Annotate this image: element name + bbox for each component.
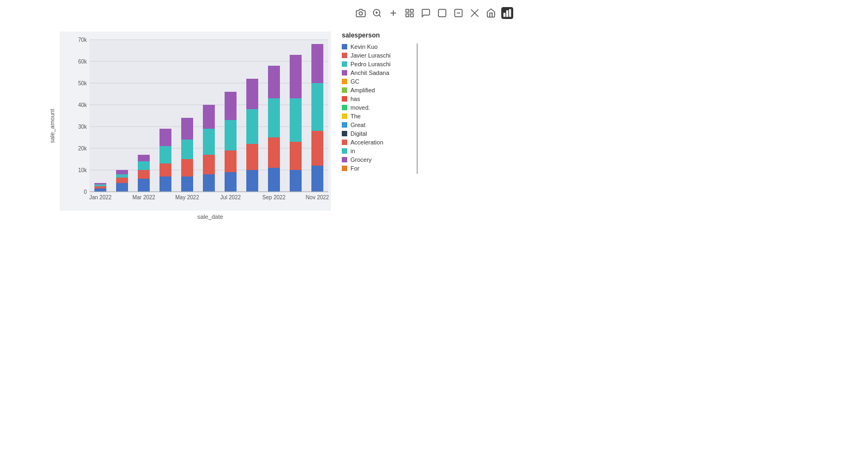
svg-rect-68 (268, 168, 280, 192)
svg-rect-47 (138, 155, 150, 161)
svg-text:Sep 2022: Sep 2022 (263, 194, 286, 200)
svg-rect-53 (181, 159, 193, 176)
svg-point-0 (359, 12, 362, 15)
svg-rect-45 (138, 170, 150, 179)
legend-item: Javier Luraschi (342, 52, 414, 59)
svg-line-2 (379, 15, 380, 16)
legend-color-box (342, 61, 347, 67)
chart-bar-icon[interactable] (501, 7, 513, 19)
svg-rect-63 (225, 92, 237, 120)
svg-rect-18 (509, 9, 511, 17)
svg-rect-49 (159, 163, 171, 176)
svg-rect-77 (311, 131, 323, 166)
legend-item: moved. (342, 104, 414, 111)
svg-text:Nov 2022: Nov 2022 (306, 194, 329, 200)
legend-item-label: The (350, 113, 361, 119)
plus-icon[interactable] (387, 7, 399, 19)
legend-scroll[interactable]: Kevin KuoJavier LuraschiPedro LuraschiAn… (342, 43, 418, 174)
svg-rect-44 (138, 179, 150, 192)
svg-rect-79 (311, 44, 323, 83)
svg-rect-16 (503, 13, 505, 17)
svg-rect-9 (411, 14, 413, 17)
legend-item-label: Digital (350, 130, 367, 137)
x-axis-label: sale_date (60, 213, 331, 220)
legend-item: in (342, 148, 414, 154)
svg-rect-66 (246, 109, 258, 144)
svg-rect-76 (311, 166, 323, 192)
svg-text:Jan 2022: Jan 2022 (89, 194, 112, 200)
svg-rect-51 (159, 129, 171, 146)
svg-rect-37 (94, 186, 106, 188)
camera-icon[interactable] (355, 7, 367, 19)
svg-text:May 2022: May 2022 (175, 194, 199, 200)
svg-rect-52 (181, 176, 193, 192)
legend-item-label: Javier Luraschi (350, 52, 391, 59)
legend-color-box (342, 131, 347, 136)
svg-rect-10 (406, 14, 409, 17)
legend-color-box (342, 140, 347, 145)
svg-rect-57 (203, 155, 215, 174)
crosshair-icon[interactable] (469, 7, 481, 19)
grid-icon[interactable] (404, 7, 416, 19)
svg-text:40k: 40k (78, 102, 87, 108)
legend-item-label: Kevin Kuo (350, 43, 378, 50)
legend-item: Great (342, 122, 414, 128)
legend-color-box (342, 96, 347, 102)
svg-rect-39 (94, 183, 106, 185)
svg-rect-54 (181, 140, 193, 159)
legend-item-label: in (350, 148, 355, 154)
legend-color-box (342, 44, 347, 49)
svg-rect-78 (311, 83, 323, 131)
svg-rect-74 (290, 98, 302, 142)
legend: salesperson Kevin KuoJavier LuraschiPedr… (342, 31, 418, 220)
svg-rect-67 (246, 79, 258, 109)
legend-item: has (342, 96, 414, 102)
legend-item: Amplified (342, 87, 414, 93)
square-icon[interactable] (436, 7, 448, 19)
legend-color-box (342, 157, 347, 162)
svg-text:30k: 30k (78, 124, 87, 130)
svg-rect-36 (94, 188, 106, 192)
legend-color-box (342, 114, 347, 119)
zoom-icon[interactable] (371, 7, 383, 19)
legend-item-label: Grocery (350, 156, 372, 163)
minus-square-icon[interactable] (452, 7, 464, 19)
legend-item: Grocery (342, 156, 414, 163)
legend-item-label: Amplified (350, 87, 375, 93)
comment-icon[interactable] (420, 7, 432, 19)
legend-color-box (342, 87, 347, 93)
legend-item-label: Great (350, 122, 366, 128)
svg-rect-55 (181, 118, 193, 140)
svg-rect-11 (438, 9, 446, 17)
legend-color-box (342, 105, 347, 110)
svg-rect-61 (225, 150, 237, 172)
svg-rect-40 (116, 183, 128, 192)
svg-rect-62 (225, 120, 237, 150)
legend-color-box (342, 148, 347, 154)
legend-item: Acceleration (342, 139, 414, 146)
svg-rect-69 (268, 137, 280, 168)
svg-text:70k: 70k (78, 37, 87, 43)
svg-text:Jul 2022: Jul 2022 (220, 194, 241, 200)
legend-color-box (342, 70, 347, 75)
svg-text:0: 0 (84, 189, 87, 195)
svg-rect-73 (290, 142, 302, 170)
svg-rect-42 (116, 174, 128, 178)
svg-rect-70 (268, 98, 280, 137)
svg-rect-48 (159, 176, 171, 192)
legend-item: For (342, 165, 414, 172)
legend-item-label: Pedro Luraschi (350, 61, 391, 67)
svg-text:60k: 60k (78, 59, 87, 65)
svg-text:20k: 20k (78, 146, 87, 152)
legend-color-box (342, 79, 347, 84)
legend-item-label: Acceleration (350, 139, 384, 146)
legend-item-label: For (350, 165, 360, 172)
legend-item: Digital (342, 130, 414, 137)
legend-item: Anchit Sadana (342, 70, 414, 76)
svg-rect-38 (94, 185, 106, 186)
y-axis-label: sale_amount (48, 109, 55, 143)
svg-rect-65 (246, 144, 258, 170)
legend-item: Kevin Kuo (342, 43, 414, 50)
home-icon[interactable] (485, 7, 497, 19)
svg-rect-72 (290, 170, 302, 192)
